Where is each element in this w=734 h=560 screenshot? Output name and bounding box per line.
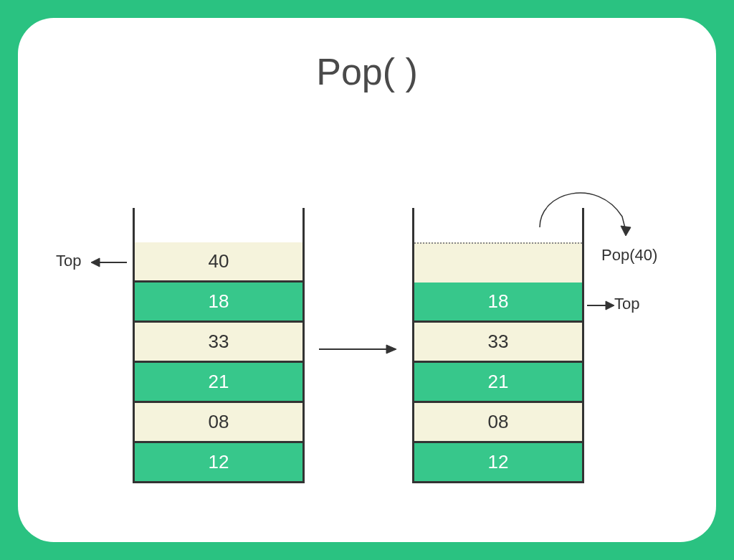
transition-arrow-icon <box>319 344 398 354</box>
stack-cell: 33 <box>135 323 302 363</box>
svg-marker-1 <box>91 258 100 267</box>
stack-cell: 21 <box>135 363 302 403</box>
pop-arrow-icon <box>533 184 647 263</box>
stack-cell: 08 <box>414 403 582 443</box>
top-label-after: Top <box>614 295 639 313</box>
stack-open-top <box>135 208 302 242</box>
arrow-right-icon <box>587 300 616 310</box>
stack-cell: 33 <box>414 323 582 363</box>
stack-cell: 12 <box>414 443 582 483</box>
stack-before: 40 18 33 21 08 12 <box>133 208 305 483</box>
stack-cell: 40 <box>135 242 302 283</box>
svg-marker-3 <box>606 301 614 310</box>
diagram-title: Pop( ) <box>316 50 418 93</box>
stack-cell: 12 <box>135 443 302 483</box>
diagram-canvas: Pop( ) 40 18 33 21 08 12 18 33 21 08 12 … <box>18 18 716 542</box>
stack-cell: 18 <box>414 283 582 323</box>
stack-cell: 21 <box>414 363 582 403</box>
svg-marker-5 <box>386 345 396 353</box>
top-label-before: Top <box>56 252 81 270</box>
stack-cell: 18 <box>135 283 302 323</box>
arrow-left-icon <box>91 257 127 267</box>
stack-cell: 08 <box>135 403 302 443</box>
svg-marker-6 <box>621 226 631 236</box>
